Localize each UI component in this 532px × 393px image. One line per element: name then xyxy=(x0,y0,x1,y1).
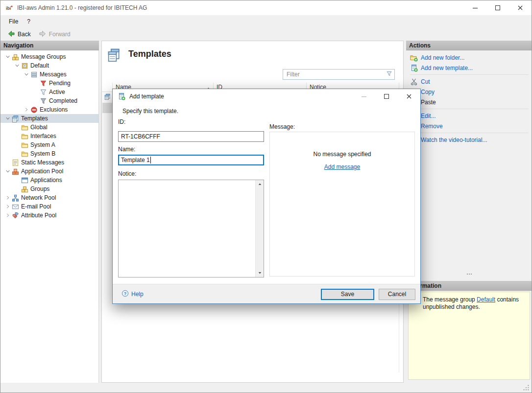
nav-item-default[interactable]: Default xyxy=(0,61,98,70)
side-panel: Actions Add new folder...Add new templat… xyxy=(406,41,532,393)
add-template-icon xyxy=(410,64,418,72)
nav-item-label: Active xyxy=(49,89,68,95)
nav-item-system-a[interactable]: System A xyxy=(0,140,98,149)
groups-icon xyxy=(21,185,28,193)
notice-field[interactable] xyxy=(118,180,264,277)
minimize-button[interactable] xyxy=(464,0,486,15)
nav-item-application-pool[interactable]: Application Pool xyxy=(0,167,98,176)
actions-separator xyxy=(410,133,529,133)
chevron-down-icon[interactable] xyxy=(4,169,11,174)
dialog-close-button[interactable] xyxy=(398,89,420,104)
action-watch-video-tutorial[interactable]: Watch the video-tutorial... xyxy=(406,135,532,145)
nav-item-attribute-pool[interactable]: Attribute Pool xyxy=(0,211,98,220)
static-messages-icon xyxy=(11,159,19,166)
maximize-button[interactable] xyxy=(486,0,509,15)
nav-item-global[interactable]: Global xyxy=(0,123,98,132)
add-folder-icon xyxy=(410,54,418,62)
help-link[interactable]: ? Help xyxy=(121,290,144,299)
help-icon: ? xyxy=(121,290,129,299)
message-group-icon xyxy=(21,62,28,69)
app-window: ibi IBI-aws Admin 1.21.0 - registered fo… xyxy=(0,0,532,393)
application-pool-icon xyxy=(11,167,19,175)
forward-button[interactable]: Forward xyxy=(37,29,73,40)
panel-splitter[interactable] xyxy=(406,271,532,279)
name-field[interactable]: Template 1 xyxy=(118,155,264,165)
notice-scrollbar[interactable] xyxy=(255,180,264,277)
nav-item-email-pool[interactable]: E-mail Pool xyxy=(0,202,98,211)
menu-file[interactable]: File xyxy=(4,16,23,27)
id-field[interactable]: RT-1CB6CFFF xyxy=(118,131,264,142)
resize-grip-icon[interactable] xyxy=(523,384,530,391)
dialog-title: Add template xyxy=(129,93,164,100)
action-edit[interactable]: Edit... xyxy=(406,111,532,121)
filter-input[interactable]: Filter xyxy=(283,69,395,80)
chevron-down-icon[interactable] xyxy=(14,63,21,68)
actions-header: Actions xyxy=(406,41,532,50)
action-add-new-template[interactable]: Add new template... xyxy=(406,63,532,73)
chevron-down-icon[interactable] xyxy=(4,54,11,59)
nav-item-messages[interactable]: Messages xyxy=(0,70,98,79)
nav-item-completed[interactable]: Completed xyxy=(0,96,98,105)
nav-item-label: Groups xyxy=(30,185,52,192)
nav-item-label: Static Messages xyxy=(21,159,67,166)
save-button[interactable]: Save xyxy=(321,289,374,300)
actions-separator xyxy=(410,74,529,75)
icon-column-header[interactable] xyxy=(102,83,113,92)
scroll-down-icon[interactable] xyxy=(256,269,264,277)
close-button[interactable] xyxy=(509,0,532,15)
notice-label: Notice: xyxy=(118,170,136,177)
nav-item-label: E-mail Pool xyxy=(21,203,54,210)
nav-item-applications[interactable]: Applications xyxy=(0,176,98,185)
chevron-right-icon[interactable] xyxy=(4,204,11,209)
table-row[interactable] xyxy=(102,103,113,113)
id-label: ID: xyxy=(118,118,125,125)
chevron-right-icon[interactable] xyxy=(4,213,11,218)
add-message-link[interactable]: Add message xyxy=(324,163,360,170)
nav-item-label: System A xyxy=(30,141,58,148)
action-paste[interactable]: Paste xyxy=(406,97,532,107)
action-add-new-folder[interactable]: Add new folder... xyxy=(406,52,532,63)
nav-item-static-messages[interactable]: Static Messages xyxy=(0,158,98,167)
dialog-maximize-button[interactable] xyxy=(375,89,398,104)
chevron-down-icon[interactable] xyxy=(4,116,11,121)
navigation-panel: Navigation Message GroupsDefaultMessages… xyxy=(0,41,99,383)
cancel-button[interactable]: Cancel xyxy=(379,289,415,300)
action-cut[interactable]: Cut xyxy=(406,76,532,87)
nav-item-interfaces[interactable]: Interfaces xyxy=(0,132,98,140)
nav-item-label: Messages xyxy=(40,71,70,78)
dialog-minimize-button xyxy=(353,89,375,104)
chevron-right-icon[interactable] xyxy=(23,107,30,112)
nav-item-system-b[interactable]: System B xyxy=(0,149,98,158)
applications-icon xyxy=(21,176,28,184)
action-remove[interactable]: Remove xyxy=(406,121,532,131)
forward-arrow-icon xyxy=(39,30,47,39)
nav-item-message-groups[interactable]: Message Groups xyxy=(0,52,98,61)
nav-item-pending[interactable]: Pending xyxy=(0,79,98,88)
nav-item-network-pool[interactable]: Network Pool xyxy=(0,193,98,202)
nav-item-exclusions[interactable]: Exclusions xyxy=(0,105,98,114)
back-arrow-icon xyxy=(7,30,15,39)
network-pool-icon xyxy=(11,194,19,202)
information-message: The message group Default contains unpub… xyxy=(423,296,526,311)
nav-item-label: Applications xyxy=(30,177,65,184)
message-panel: No message specified Add message xyxy=(269,132,415,277)
nav-item-groups[interactable]: Groups xyxy=(0,185,98,193)
chevron-down-icon[interactable] xyxy=(23,72,30,77)
default-group-link[interactable]: Default xyxy=(477,296,495,303)
nav-item-label: Attribute Pool xyxy=(21,212,59,219)
filter-icon[interactable] xyxy=(386,70,392,78)
nav-item-active[interactable]: Active xyxy=(0,88,98,96)
table-row[interactable] xyxy=(102,92,113,103)
title-bar: ibi IBI-aws Admin 1.21.0 - registered fo… xyxy=(0,0,532,15)
back-button[interactable]: Back xyxy=(5,29,33,40)
folder-icon xyxy=(21,132,28,140)
menu-help[interactable]: ? xyxy=(23,16,35,27)
nav-item-templates[interactable]: Templates xyxy=(0,114,98,123)
cut-icon xyxy=(410,78,418,86)
actions-separator xyxy=(410,109,529,109)
toolbar: BackForward xyxy=(0,28,532,41)
scroll-up-icon[interactable] xyxy=(256,180,264,188)
action-copy[interactable]: Copy xyxy=(406,87,532,97)
add-template-dialog-icon xyxy=(118,92,125,100)
chevron-right-icon[interactable] xyxy=(4,195,11,200)
